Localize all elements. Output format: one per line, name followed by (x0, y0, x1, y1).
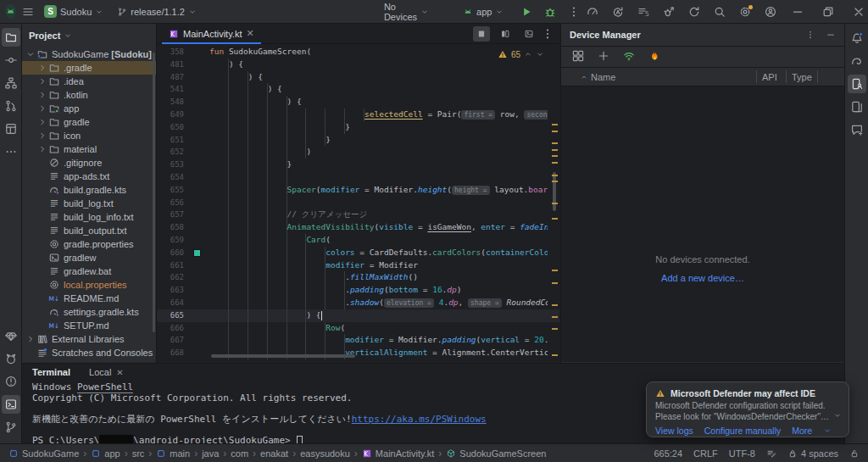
indent-setting[interactable]: 4 spaces (787, 448, 838, 459)
project-scrollbar[interactable] (153, 53, 155, 332)
chevron-right-icon[interactable] (37, 76, 47, 86)
firebase-icon[interactable] (648, 49, 661, 64)
tool-button-commit-icon[interactable] (2, 51, 20, 70)
run-button[interactable] (520, 5, 533, 19)
project-panel-header[interactable]: Project (22, 24, 156, 47)
file-encoding[interactable]: UTF-8 (729, 448, 755, 459)
line-number[interactable]: 661 (157, 259, 184, 272)
line-number[interactable]: 653 (157, 159, 184, 171)
line-number[interactable]: 652 (157, 146, 184, 159)
breadcrumb-item[interactable]: MainActivity.kt (362, 448, 434, 459)
warning-stripe-mark[interactable] (552, 328, 558, 330)
tool-button-problems-icon[interactable] (2, 372, 20, 391)
notification-link[interactable]: View logs (655, 426, 693, 436)
warning-stripe-mark[interactable] (552, 162, 558, 164)
tool-button-gradle-icon[interactable] (848, 52, 866, 70)
pair-wifi-icon[interactable] (622, 49, 636, 64)
chevron-right-icon[interactable] (37, 63, 47, 73)
line-number[interactable]: 666 (157, 322, 184, 335)
tool-button-running-devices-icon[interactable] (848, 97, 866, 116)
line-number[interactable]: 481 (157, 58, 184, 71)
warning-stripe-mark[interactable] (552, 270, 558, 271)
breadcrumb-item[interactable]: java (202, 448, 219, 459)
tool-button-notifications-icon[interactable] (848, 29, 866, 47)
settings-icon[interactable] (738, 5, 752, 19)
expand-notification-icon[interactable] (833, 411, 842, 420)
tree-item[interactable]: gradle.properties (22, 237, 156, 251)
line-number[interactable]: 358 (157, 46, 184, 58)
warning-stripe-mark[interactable] (552, 316, 558, 318)
line-number[interactable]: 657 (157, 209, 184, 221)
chevron-right-icon[interactable] (37, 131, 47, 141)
warning-stripe-mark[interactable] (552, 142, 558, 144)
line-ending[interactable]: CRLF (693, 448, 718, 459)
tree-item[interactable]: M↓SETUP.md (22, 319, 156, 332)
chevron-right-icon[interactable] (25, 334, 36, 344)
gradle-sync-icon[interactable] (687, 5, 701, 19)
terminal-link[interactable]: https://aka.ms/PSWindows (352, 414, 487, 425)
notification-link[interactable]: Configure manually (704, 426, 781, 436)
logcat-list-icon[interactable]: 5 (637, 5, 650, 19)
line-number[interactable]: 487 (157, 71, 184, 84)
column-type[interactable]: Type (792, 72, 812, 82)
tool-button-resource-manager-icon[interactable] (2, 326, 20, 345)
tree-item[interactable]: gradlew.bat (22, 264, 156, 278)
line-number[interactable]: 649 (157, 109, 184, 121)
main-menu-icon[interactable] (21, 5, 35, 19)
tree-item[interactable]: SudokuGame[Sudoku]C:\Users… (22, 47, 156, 61)
line-number[interactable]: 655 (157, 184, 184, 197)
editor-horizontal-scrollbar[interactable] (211, 354, 355, 358)
tool-button-captures-icon[interactable] (2, 120, 20, 138)
warning-stripe-mark[interactable] (552, 354, 558, 356)
line-number[interactable]: 660 (157, 247, 184, 259)
hide-panel-icon[interactable] (826, 30, 836, 40)
device-selector[interactable]: No Devices (380, 0, 433, 24)
breadcrumb-item[interactable]: enakat (260, 448, 288, 459)
tree-item[interactable]: External Libraries (22, 332, 156, 346)
view-mode-design-view-icon[interactable] (520, 26, 537, 42)
attach-debugger-icon[interactable] (662, 5, 676, 19)
tree-item[interactable]: Scratches and Consoles (22, 346, 156, 359)
line-number[interactable]: 664 (157, 297, 184, 309)
chevron-down-icon[interactable] (25, 49, 36, 59)
breadcrumb-item[interactable]: src (132, 448, 145, 459)
tree-item[interactable]: build.gradle.kts (22, 183, 156, 197)
close-terminal-tab-icon[interactable]: ✕ (116, 368, 123, 377)
chevron-right-icon[interactable] (37, 90, 47, 100)
tree-item[interactable]: .idea (22, 75, 156, 88)
tool-button-project-icon[interactable] (2, 28, 20, 47)
minimize-icon[interactable] (791, 5, 804, 19)
line-number[interactable]: 667 (157, 334, 184, 347)
line-number[interactable]: 541 (157, 83, 184, 96)
tool-button-device-manager-icon[interactable] (848, 75, 866, 93)
tool-button-logcat-cat-icon[interactable] (2, 349, 20, 368)
breadcrumb-item[interactable]: SudokuGameScreen (446, 448, 546, 459)
tool-button-version-control-icon[interactable] (2, 418, 20, 437)
line-number[interactable]: 651 (157, 134, 184, 147)
close-tab-icon[interactable]: ✕ (246, 28, 253, 39)
branch-selector[interactable]: release/1.1.2 (113, 5, 201, 19)
tree-item[interactable]: .gitignore (22, 156, 156, 170)
terminal-title[interactable]: Terminal (32, 367, 70, 377)
tree-item[interactable]: build_log_info.txt (22, 210, 156, 224)
column-name[interactable]: Name (580, 72, 615, 82)
project-selector[interactable]: S Sudoku (40, 3, 108, 19)
editor-more-icon[interactable] (541, 27, 554, 41)
line-number[interactable]: 659 (157, 234, 184, 247)
restore-icon[interactable] (821, 5, 835, 19)
breadcrumb-item[interactable]: easysudoku (300, 448, 350, 459)
chevron-right-icon[interactable] (37, 144, 47, 154)
tool-button-pull-requests-icon[interactable] (2, 97, 20, 115)
apply-changes-icon[interactable] (611, 5, 625, 19)
tree-item[interactable]: .kotlin (22, 88, 156, 102)
tool-button-more-icon[interactable] (2, 142, 20, 161)
tree-item[interactable]: local.properties (22, 278, 156, 292)
tool-button-assistant-icon[interactable] (848, 120, 866, 139)
add-device-icon[interactable] (597, 49, 610, 64)
tree-item[interactable]: app (22, 102, 156, 115)
readonly-unlock-icon[interactable] (849, 448, 860, 459)
warning-stripe-mark[interactable] (552, 149, 558, 151)
account-icon[interactable] (764, 5, 777, 19)
breadcrumb-item[interactable]: main (156, 448, 190, 459)
breadcrumb-item[interactable]: app (91, 448, 120, 459)
